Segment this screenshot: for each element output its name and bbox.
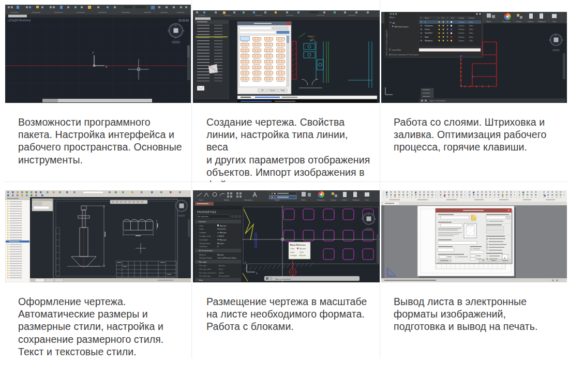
svg-text:L..: L..: [447, 17, 449, 19]
drawing-tab[interactable]: [8, 15, 27, 18]
command-line[interactable]: Type a command: [264, 276, 360, 281]
close-icon[interactable]: [287, 22, 290, 25]
file-combo[interactable]: [239, 31, 276, 34]
printer-combo[interactable]: [441, 224, 462, 227]
svg-text:Groups[interactable]: Groups: [331, 199, 336, 201]
navbar-pill[interactable]: [365, 228, 372, 230]
layout-tab[interactable]: [55, 279, 63, 282]
svg-text:Properties[interactable]: Properties: [317, 199, 325, 201]
browse-button[interactable]: [277, 31, 289, 34]
paper-canvas[interactable]: [30, 197, 191, 278]
floating-toolbar[interactable]: [32, 199, 53, 211]
svg-text:Block[interactable]: Block: [487, 21, 491, 23]
thumbnail-plot-dialog: A OK Отмена Справка: [381, 190, 567, 282]
svg-text:S: S: [421, 17, 422, 19]
drawing-tab[interactable]: [195, 18, 211, 20]
svg-text:View[interactable]: View: [552, 21, 557, 23]
svg-text:1.00000: 1.00000: [217, 235, 224, 237]
svg-text:Not available: Not available: [219, 275, 229, 277]
svg-text:Properties[interactable]: Properties: [502, 21, 511, 23]
svg-text:OK[interactable]: OK: [261, 89, 264, 92]
svg-text:ByLayer: ByLayer: [300, 254, 306, 257]
svg-text:Continu...: Continu...: [458, 28, 466, 31]
model-canvas[interactable]: [5, 18, 191, 103]
plan-dimension-label: 90: [310, 39, 313, 42]
thumbnail-layer-manager: Block Properties Groups Utilities Clipbo…: [381, 12, 567, 103]
layer-properties-manager[interactable]: LAYER PROPERTIES MANAGER Filters All All…: [384, 12, 483, 57]
svg-text:Help[interactable]: Help: [281, 89, 284, 92]
svg-text:Layers[interactable]: Layers: [275, 199, 280, 201]
plot-dialog[interactable]: A OK Отмена Справка: [436, 208, 513, 264]
svg-text:ByLayer: ByLayer: [217, 254, 224, 256]
layer-search-input[interactable]: [419, 49, 481, 52]
layout-tab-bar[interactable]: [30, 278, 191, 282]
sheet-set-tree-panel[interactable]: [5, 197, 30, 282]
layout-tab-bar[interactable]: [42, 99, 152, 102]
svg-text:Utilities[interactable]: Utilities: [342, 199, 348, 201]
svg-text:Defa...: Defa...: [469, 25, 474, 27]
selected-block[interactable]: [241, 37, 250, 41]
svg-text:Clipboard[interactable]: Clipboard: [538, 21, 546, 23]
navbar-pill[interactable]: [552, 49, 560, 51]
svg-text:Continu...: Continu...: [458, 21, 466, 23]
course-card-4: Оформление чертежа. Автоматические разме…: [4, 182, 192, 358]
svg-text:Layer: Layer: [290, 251, 295, 253]
select-block-dialog[interactable]: OK Cancel Help: [237, 22, 291, 94]
command-line[interactable]: Type a command: [420, 99, 565, 102]
svg-text:Defpoints: Defpoints: [425, 25, 433, 27]
svg-text:Utilities[interactable]: Utilities: [528, 21, 533, 23]
model-tab[interactable]: [35, 279, 44, 282]
svg-text:Color: Color: [290, 248, 295, 250]
svg-text:0: 0: [425, 21, 426, 23]
svg-text:View[interactable]: View: [365, 199, 369, 201]
scrollbar-thumb[interactable]: [187, 46, 190, 57]
thumbnail-wrap: Block Properties Groups Utilities Clipbo…: [380, 0, 567, 103]
plot-area-combo[interactable]: [438, 248, 454, 251]
svg-text:Groups[interactable]: Groups: [516, 21, 521, 23]
scrollbar[interactable]: [377, 234, 379, 263]
command-history-boxes: [421, 88, 433, 98]
svg-text:ByLayer: ByLayer: [217, 243, 224, 245]
scrollbar[interactable]: [563, 53, 565, 79]
svg-text:General: General: [199, 221, 206, 223]
svg-text:Dimension: Dimension: [217, 228, 226, 230]
layer-status: All 8 layers displayed of 8 total layers: [389, 54, 419, 56]
paper-size-combo[interactable]: [438, 242, 477, 245]
svg-text:Draw[interactable]: Draw: [199, 199, 203, 201]
viewcube[interactable]: [176, 200, 187, 212]
filters-label: Filters: [390, 17, 395, 19]
filter-tree-child[interactable]: All Used Layers: [395, 26, 409, 28]
svg-text:N: N: [175, 24, 176, 27]
sheet-toolbar-chip[interactable]: [110, 200, 147, 204]
svg-text:O..: O..: [438, 17, 440, 19]
file-tab-strip: [5, 14, 191, 18]
svg-text:ByLayer: ByLayer: [300, 248, 306, 250]
svg-text:W: W: [549, 39, 550, 41]
block-reference-tooltip: Block Reference Color ByLayer Layer Chai…: [289, 242, 310, 259]
properties-palette[interactable]: PROPERTIES No selection General Color La…: [194, 209, 242, 282]
navbar-pill[interactable]: [178, 215, 185, 217]
scrollbar[interactable]: [188, 219, 190, 237]
svg-text:Plot style: Plot style: [199, 265, 206, 267]
svg-text:None: None: [219, 268, 223, 270]
docked-palette-edge[interactable]: [381, 205, 384, 278]
svg-text:Shadow display: Shadow display: [199, 257, 212, 259]
navbar-pill[interactable]: [172, 41, 180, 43]
model-tab[interactable]: [42, 99, 58, 102]
svg-text:E: E: [375, 218, 376, 220]
svg-text:ByColor: ByColor: [219, 265, 226, 267]
svg-text:Y: Y: [245, 261, 246, 264]
name-combo[interactable]: [441, 216, 469, 219]
svg-text:Cancel[interactable]: Cancel: [269, 89, 275, 92]
layout-tab[interactable]: [46, 279, 54, 282]
thumbnail-wrap: [-][Top][2D Wireframe] Y X N: [4, 0, 191, 103]
svg-text:Block[interactable]: Block: [302, 199, 306, 201]
properties-palette[interactable]: [194, 20, 229, 99]
svg-text:Clipboard[interactable]: Clipboard: [352, 199, 360, 201]
svg-text:Casts and Receives Shado...: Casts and Receives Shado...: [217, 257, 237, 259]
search-input[interactable]: [239, 27, 272, 29]
viewport-label[interactable]: [-][Top][2D Wireframe]: [8, 19, 31, 22]
svg-text:Annotation[interactable]: Annotation: [245, 199, 252, 201]
filter-tree-root[interactable]: All: [393, 22, 395, 24]
svg-text:Modify[interactable]: Modify: [224, 199, 229, 201]
